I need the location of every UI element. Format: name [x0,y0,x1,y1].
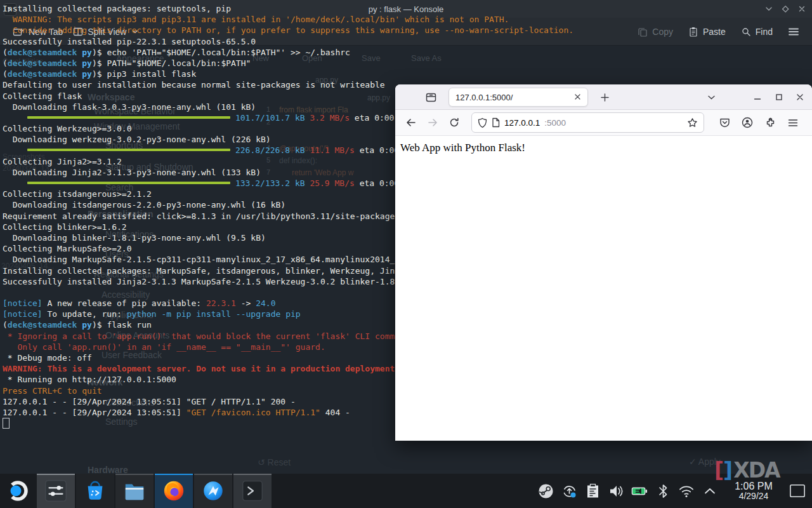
firefox-view-icon[interactable] [423,90,438,105]
firefox-icon [162,479,186,503]
terminal-line: (deck@steamdeck py)$ pip3 install flask [3,69,589,79]
list-tabs-chevron-icon[interactable] [704,90,719,105]
xda-text: XDA [733,458,779,483]
background-ghost-text: Hardware [88,465,128,474]
firefox-close-button[interactable] [792,90,808,105]
dolphin-folder-icon [122,479,147,503]
page-content: Web App with Python Flask! [395,136,812,440]
clipboard-tray-icon[interactable] [584,483,601,499]
clock-date: 4/29/24 [726,491,781,501]
account-icon[interactable] [736,113,759,132]
close-button[interactable] [797,4,807,14]
tab-close-icon[interactable] [574,93,581,102]
system-settings-icon [44,479,68,503]
minimize-button[interactable] [764,4,774,14]
shield-icon [478,117,487,128]
terminal-line: Successfully installed pip-22.3.1 setupt… [3,36,589,47]
firefox-window: 127.0.0.1:5000/ [395,84,812,441]
task-konsole[interactable] [233,474,272,508]
gaming-mode-icon [201,479,225,503]
menu-button[interactable] [783,23,804,40]
copy-button[interactable]: Copy [632,23,678,41]
copy-icon [638,27,648,37]
maximize-button[interactable] [780,4,790,14]
pocket-icon[interactable] [713,113,736,132]
progress-bar [27,116,230,119]
xda-bracket-left: [ [714,458,723,483]
new-tab-plus-button[interactable] [597,90,612,105]
tray-expand-chevron-icon[interactable] [702,483,718,499]
discover-icon [83,479,107,503]
steamdeck-logo-icon [5,478,30,504]
browser-tab[interactable]: 127.0.0.1:5000/ [449,88,588,107]
task-discover[interactable] [76,474,114,508]
page-info-icon [492,117,500,128]
progress-bar [27,149,230,151]
hamburger-icon [788,27,799,36]
terminal-cursor [3,418,10,429]
reload-button[interactable] [443,113,465,132]
forward-button[interactable] [422,113,443,132]
konsole-icon [240,479,265,503]
task-firefox[interactable] [155,474,193,508]
battery-tray-icon[interactable] [631,483,648,499]
volume-tray-icon[interactable] [608,483,624,499]
terminal-line: (deck@steamdeck py)$ PATH="$HOME/.local/… [3,58,589,69]
terminal-line: Installing collected packages: setuptool… [3,3,589,14]
taskbar: 1:06 PM 4/29/24 [0,474,812,508]
terminal-line: Consider adding this directory to PATH o… [3,25,589,36]
paste-icon [688,27,698,37]
tab-title: 127.0.0.1:5000/ [455,93,574,102]
page-text: Web App with Python Flask! [400,142,807,154]
xda-bracket-right: ] [723,458,732,483]
paste-button[interactable]: Paste [683,23,731,41]
task-system-settings[interactable] [37,474,75,508]
task-dolphin[interactable] [115,474,154,508]
url-bar[interactable]: 127.0.0.1:5000 [471,112,704,133]
firefox-tab-bar: 127.0.0.1:5000/ [395,84,812,110]
updates-tray-icon[interactable] [561,483,577,499]
progress-bar [27,182,230,184]
paste-label: Paste [703,27,726,37]
terminal-line: WARNING: The scripts pip3 and pip3.11 ar… [3,14,589,25]
wifi-tray-icon[interactable] [678,483,695,499]
xda-watermark: []XDA [714,460,780,481]
terminal-line: (deck@steamdeck py)$ echo 'PATH="$HOME/.… [3,47,589,58]
steam-tray-icon[interactable] [537,483,554,499]
show-desktop-button[interactable] [789,483,806,499]
firefox-menu-icon[interactable] [782,113,804,132]
background-ghost-text: ↺ Reset [258,457,291,467]
url-port: :5000 [544,118,566,128]
find-button[interactable]: Find [736,23,778,41]
back-button[interactable] [400,113,422,132]
find-icon [741,27,751,37]
bluetooth-tray-icon[interactable] [655,483,671,499]
firefox-minimize-button[interactable] [750,90,765,105]
app-launcher-steamdeck[interactable] [0,474,36,508]
url-host: 127.0.0.1 [504,118,540,128]
firefox-nav-bar: 127.0.0.1:5000 [395,110,812,136]
find-label: Find [756,27,773,37]
bookmark-star-icon[interactable] [687,117,698,128]
copy-label: Copy [652,27,673,37]
firefox-maximize-button[interactable] [771,90,787,105]
task-gaming-mode[interactable] [194,474,232,508]
desktop: py : flask — Konsole New Tab Spli [0,0,812,508]
clock[interactable]: 1:06 PM 4/29/24 [726,481,781,502]
extensions-puzzle-icon[interactable] [759,113,782,132]
